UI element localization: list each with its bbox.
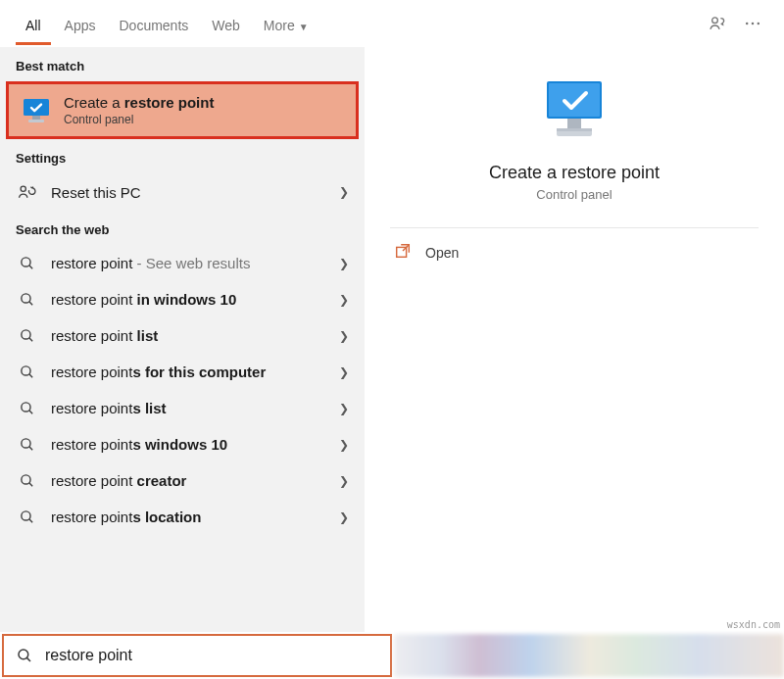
svg-rect-28 <box>557 128 592 131</box>
svg-point-2 <box>752 23 755 25</box>
preview-pane: Create a restore point Control panel Ope… <box>365 47 784 632</box>
svg-rect-4 <box>24 99 49 116</box>
search-icon <box>16 647 33 664</box>
search-icon <box>16 364 37 380</box>
best-match-title: Create a restore point <box>64 94 214 111</box>
search-input[interactable] <box>45 647 378 664</box>
web-result[interactable]: restore points list❯ <box>0 390 365 426</box>
svg-point-12 <box>21 330 29 339</box>
search-icon <box>16 327 37 344</box>
search-icon <box>16 472 37 489</box>
svg-point-1 <box>746 23 749 25</box>
action-open-label: Open <box>425 245 459 261</box>
svg-line-13 <box>28 338 31 341</box>
tab-all[interactable]: All <box>14 4 53 43</box>
best-match-title-pre: Create a <box>64 94 124 111</box>
search-icon <box>16 400 37 416</box>
chevron-right-icon: ❯ <box>339 510 349 524</box>
chevron-right-icon: ❯ <box>339 402 349 415</box>
best-match-subtitle: Control panel <box>64 113 214 126</box>
chevron-right-icon: ❯ <box>339 293 349 307</box>
svg-point-7 <box>21 186 25 191</box>
search-icon <box>16 436 37 453</box>
svg-point-0 <box>712 18 718 24</box>
feedback-icon[interactable] <box>700 6 735 41</box>
search-filter-tabs: All Apps Documents Web More▼ <box>0 0 784 47</box>
svg-rect-6 <box>28 120 44 122</box>
web-result[interactable]: restore point list❯ <box>0 317 365 354</box>
svg-point-3 <box>758 23 760 25</box>
svg-line-31 <box>26 657 30 661</box>
svg-line-9 <box>28 266 31 268</box>
web-result-text: restore point in windows 10 <box>51 291 325 308</box>
tab-apps[interactable]: Apps <box>53 4 108 43</box>
web-result-text: restore point list <box>51 327 325 344</box>
svg-line-19 <box>28 447 31 450</box>
svg-point-20 <box>21 475 29 484</box>
search-icon <box>16 509 37 525</box>
svg-line-21 <box>28 483 31 486</box>
group-settings: Settings <box>0 139 365 173</box>
action-open[interactable]: Open <box>365 228 784 276</box>
svg-point-14 <box>21 366 29 375</box>
taskbar <box>394 634 784 677</box>
tab-more-label: More <box>264 18 295 33</box>
search-icon <box>16 255 37 271</box>
chevron-right-icon: ❯ <box>339 474 349 488</box>
more-options-icon[interactable] <box>735 6 770 41</box>
svg-line-15 <box>28 374 31 377</box>
svg-point-30 <box>19 650 28 659</box>
svg-rect-26 <box>567 119 581 128</box>
chevron-down-icon: ▼ <box>299 22 309 32</box>
svg-line-11 <box>28 302 31 305</box>
tab-web[interactable]: Web <box>200 4 252 43</box>
web-result-text: restore points for this computer <box>51 364 325 380</box>
web-result-text: restore points location <box>51 509 325 525</box>
svg-rect-25 <box>549 83 600 117</box>
svg-point-22 <box>21 511 29 520</box>
chevron-right-icon: ❯ <box>339 438 349 452</box>
web-result[interactable]: restore points location❯ <box>0 499 365 535</box>
svg-line-23 <box>28 519 31 522</box>
tab-documents[interactable]: Documents <box>107 4 200 43</box>
reset-pc-icon <box>16 183 37 201</box>
web-result[interactable]: restore points windows 10❯ <box>0 426 365 462</box>
group-search-web: Search the web <box>0 211 365 245</box>
settings-item-reset-pc[interactable]: Reset this PC ❯ <box>0 173 365 211</box>
chevron-right-icon: ❯ <box>339 257 349 270</box>
group-best-match: Best match <box>0 47 365 81</box>
preview-app-icon <box>535 76 613 145</box>
tab-more[interactable]: More▼ <box>252 4 320 43</box>
svg-line-17 <box>28 411 31 413</box>
web-result-text: restore points list <box>51 400 325 416</box>
svg-point-18 <box>21 439 29 448</box>
svg-rect-5 <box>32 116 40 120</box>
svg-point-8 <box>21 258 29 267</box>
best-match-result[interactable]: Create a restore point Control panel <box>6 81 359 139</box>
preview-subtitle: Control panel <box>536 187 612 202</box>
web-result-text: restore point - See web results <box>51 255 325 271</box>
system-properties-icon <box>21 97 52 124</box>
best-match-title-bold: restore point <box>124 94 215 111</box>
chevron-right-icon: ❯ <box>339 365 349 379</box>
web-result-text: restore points windows 10 <box>51 436 325 453</box>
search-icon <box>16 291 37 308</box>
svg-point-16 <box>21 403 29 412</box>
open-icon <box>394 242 412 263</box>
search-box[interactable] <box>2 634 392 677</box>
svg-point-10 <box>21 294 29 303</box>
watermark: wsxdn.com <box>727 619 780 630</box>
preview-title: Create a restore point <box>489 163 660 183</box>
chevron-right-icon: ❯ <box>339 329 349 343</box>
web-result[interactable]: restore point - See web results❯ <box>0 245 365 281</box>
settings-item-label: Reset this PC <box>51 184 325 201</box>
web-result-text: restore point creator <box>51 472 325 489</box>
chevron-right-icon: ❯ <box>339 185 349 199</box>
web-result[interactable]: restore point creator❯ <box>0 462 365 499</box>
web-result[interactable]: restore points for this computer❯ <box>0 354 365 390</box>
results-list: Best match Create a restore point Contro… <box>0 47 365 632</box>
web-result[interactable]: restore point in windows 10❯ <box>0 281 365 317</box>
